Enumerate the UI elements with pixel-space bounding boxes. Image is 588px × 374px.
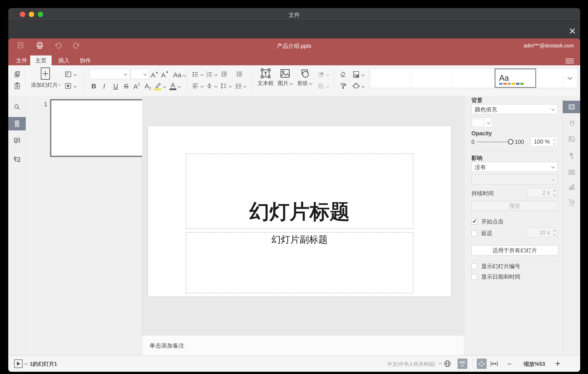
start-on-click-row[interactable]: 开始点击 bbox=[471, 218, 504, 225]
decrease-indent-icon[interactable] bbox=[220, 71, 228, 78]
slide-subtitle-placeholder[interactable]: 幻灯片副标题 bbox=[186, 232, 413, 293]
slide-size-icon[interactable] bbox=[352, 82, 364, 90]
increase-font-icon[interactable]: A▲ bbox=[151, 70, 159, 79]
zoom-in-button[interactable]: + bbox=[555, 359, 560, 369]
slide-canvas[interactable]: 幻灯片标题 幻灯片副标题 bbox=[142, 96, 464, 335]
chevron-down-icon bbox=[326, 72, 329, 76]
numbered-list-icon[interactable]: 123 bbox=[206, 71, 217, 78]
subscript-icon[interactable]: A2 bbox=[145, 82, 151, 91]
theme-cell[interactable] bbox=[370, 68, 411, 88]
line-spacing-icon[interactable] bbox=[220, 82, 231, 89]
comments-icon[interactable] bbox=[8, 134, 26, 147]
text-box-button[interactable]: T 文本框 bbox=[255, 67, 276, 87]
table-settings-icon[interactable] bbox=[563, 166, 580, 178]
notes-area[interactable]: 单击添加备注 bbox=[142, 335, 464, 355]
vertical-align-icon[interactable] bbox=[206, 82, 217, 89]
effect-select[interactable]: 没有 bbox=[471, 162, 558, 172]
slide-layout-button[interactable] bbox=[64, 71, 76, 78]
copy-style-icon[interactable] bbox=[339, 82, 347, 89]
preview-button: 预览 bbox=[471, 201, 558, 211]
chevron-down-icon bbox=[178, 85, 181, 88]
show-date-time-checkbox[interactable] bbox=[471, 274, 477, 280]
arrange-shape-icon[interactable] bbox=[317, 71, 329, 78]
tab-collaboration[interactable]: 协作 bbox=[76, 55, 95, 65]
opacity-slider-thumb[interactable] bbox=[508, 139, 513, 144]
slide[interactable]: 幻灯片标题 幻灯片副标题 bbox=[148, 126, 451, 296]
show-slide-number-row[interactable]: 显示幻灯片编号 bbox=[471, 263, 520, 270]
strikethrough-icon[interactable]: S bbox=[124, 82, 128, 90]
globe-icon[interactable] bbox=[443, 360, 452, 368]
background-color-picker[interactable] bbox=[471, 118, 492, 128]
fit-to-slide-button[interactable] bbox=[477, 359, 487, 369]
font-color-icon[interactable]: A bbox=[169, 82, 180, 90]
add-slide-label: 添加幻灯片 bbox=[31, 81, 58, 88]
text-art-settings-icon[interactable]: Ta bbox=[563, 196, 580, 209]
opacity-spinner[interactable]: 100 % bbox=[530, 137, 558, 146]
fit-to-width-button[interactable] bbox=[490, 360, 498, 367]
slide-settings-icon[interactable] bbox=[563, 101, 580, 113]
tab-file[interactable]: 文件 bbox=[13, 55, 30, 65]
horizontal-align-icon[interactable] bbox=[192, 82, 203, 89]
copy-icon[interactable] bbox=[14, 71, 21, 78]
delay-checkbox[interactable] bbox=[471, 231, 477, 236]
chat-icon[interactable] bbox=[8, 153, 26, 166]
start-on-click-checkbox[interactable] bbox=[471, 219, 477, 225]
font-name-select[interactable] bbox=[89, 69, 130, 79]
color-schemes-icon[interactable] bbox=[352, 71, 364, 78]
slides-panel-icon[interactable] bbox=[8, 117, 26, 130]
shape-settings-icon[interactable] bbox=[563, 117, 580, 129]
theme-gallery-expand-button[interactable] bbox=[563, 68, 576, 88]
increase-indent-icon[interactable] bbox=[236, 71, 243, 78]
bold-icon[interactable]: B bbox=[91, 82, 96, 90]
columns-icon[interactable] bbox=[235, 82, 246, 89]
tab-insert[interactable]: 插入 bbox=[54, 55, 74, 65]
delay-row[interactable]: 延迟 bbox=[471, 230, 492, 237]
insert-shape-button[interactable]: 形状 bbox=[295, 67, 314, 87]
start-slideshow-status-button[interactable] bbox=[14, 360, 22, 368]
image-settings-icon[interactable] bbox=[563, 133, 580, 145]
spinner-down-icon[interactable] bbox=[553, 142, 556, 145]
highlight-color-icon[interactable] bbox=[154, 82, 166, 90]
show-slide-number-checkbox[interactable] bbox=[471, 264, 477, 269]
paragraph-settings-icon[interactable]: ¶ bbox=[563, 149, 580, 162]
spell-check-toggle[interactable]: ABC bbox=[458, 359, 467, 369]
clear-style-icon[interactable] bbox=[339, 71, 347, 78]
opacity-slider-track[interactable] bbox=[477, 141, 510, 143]
background-fill-select[interactable]: 颜色填充 bbox=[471, 104, 558, 114]
spinner-down-icon bbox=[553, 233, 556, 236]
start-slideshow-button[interactable] bbox=[64, 82, 76, 89]
superscript-icon[interactable]: A2 bbox=[133, 82, 140, 90]
chevron-down-icon bbox=[183, 73, 186, 77]
chevron-down-icon bbox=[551, 107, 555, 111]
slide-title-placeholder[interactable]: 幻灯片标题 bbox=[186, 154, 413, 229]
show-date-time-row[interactable]: 显示日期和时间 bbox=[471, 273, 520, 281]
language-selector[interactable]: 中文(中华人民共和国) bbox=[370, 361, 435, 367]
theme-cell[interactable] bbox=[411, 68, 453, 88]
close-icon[interactable]: ✕ bbox=[567, 25, 578, 37]
font-size-select[interactable] bbox=[131, 69, 149, 79]
chevron-down-icon bbox=[214, 72, 218, 76]
search-icon[interactable] bbox=[8, 100, 26, 114]
chevron-down-icon[interactable] bbox=[24, 362, 28, 365]
apply-to-all-slides-button[interactable]: 适用于所有幻灯片 bbox=[471, 245, 558, 255]
opacity-max: 100 bbox=[515, 139, 524, 145]
opacity-min: 0 bbox=[471, 139, 474, 145]
theme-cell-selected[interactable]: Aa bbox=[495, 68, 536, 88]
bullet-list-icon[interactable] bbox=[192, 71, 203, 78]
paste-icon[interactable] bbox=[14, 82, 21, 89]
spinner-down-icon bbox=[553, 193, 556, 196]
slide-thumbnail[interactable] bbox=[50, 99, 151, 157]
add-slide-button[interactable]: 添加幻灯片 bbox=[32, 67, 59, 88]
insert-image-button[interactable]: 图片 bbox=[275, 67, 295, 87]
align-shape-icon[interactable] bbox=[317, 82, 329, 89]
decrease-font-icon[interactable]: A▼ bbox=[161, 70, 169, 79]
underline-icon[interactable]: U bbox=[113, 82, 118, 90]
theme-cell[interactable] bbox=[536, 68, 563, 88]
change-case-icon[interactable]: Aa bbox=[173, 71, 186, 79]
zoom-out-button[interactable]: − bbox=[507, 360, 512, 368]
tab-home[interactable]: 主页 bbox=[30, 55, 52, 65]
italic-icon[interactable]: I bbox=[103, 82, 105, 90]
toolbar: 添加幻灯片 A▲ A▼ Aa B I U S A2 A2 bbox=[8, 65, 580, 96]
theme-cell[interactable] bbox=[453, 68, 495, 88]
chart-settings-icon[interactable] bbox=[563, 181, 580, 193]
